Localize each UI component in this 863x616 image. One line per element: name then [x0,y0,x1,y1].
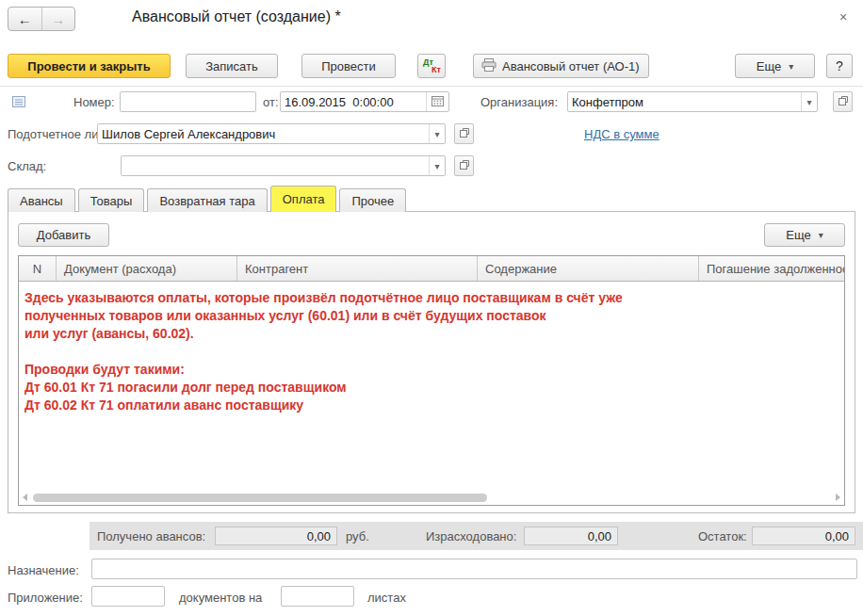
spent-value: 0,00 [524,527,618,545]
totals-bar: Получено авансов: 0,00 руб. Израсходован… [90,522,863,550]
table-header-row: N Документ (расхода) Контрагент Содержан… [19,256,844,282]
save-button[interactable]: Записать [186,54,278,78]
organization-input[interactable] [568,92,801,111]
purpose-label: Назначение: [8,563,79,577]
open-icon [459,127,470,141]
attachment-docs-input[interactable] [91,586,165,607]
scrollbar-track[interactable] [31,494,832,502]
received-advances-label: Получено авансов: [97,529,205,543]
kt-label: Кт [432,65,441,74]
tab-avansy[interactable]: Авансы [8,188,75,212]
warehouse-input[interactable] [122,156,429,175]
advance-report-window: ← → Авансовый отчет (создание) * × Прове… [0,0,863,616]
open-icon [838,95,849,109]
column-header-content[interactable]: Содержание [478,256,699,281]
organization-label: Организация: [480,95,558,109]
payments-table: N Документ (расхода) Контрагент Содержан… [18,255,845,506]
warehouse-open-button[interactable] [454,155,474,176]
number-label: Номер: [73,95,115,109]
person-field: ▾ [97,123,446,144]
show-postings-button[interactable]: Дт Кт [417,54,446,78]
purpose-input[interactable] [91,559,857,579]
horizontal-scrollbar [23,493,840,502]
close-button[interactable]: × [839,9,847,24]
chevron-down-icon: ▾ [434,129,439,139]
column-header-document[interactable]: Документ (расхода) [57,256,237,281]
organization-open-button[interactable] [833,91,853,112]
chevron-down-icon: ▾ [789,61,793,72]
calendar-button[interactable] [426,92,448,111]
tab-bar: Авансы Товары Возвратная тара Оплата Про… [8,186,406,212]
warehouse-dropdown-button[interactable]: ▾ [429,156,445,175]
print-report-label: Авансовый отчет (АО-1) [502,59,640,73]
toolbar-separator [0,86,863,87]
sheets-label: листах [367,591,406,605]
person-open-button[interactable] [454,123,474,144]
calendar-icon [432,95,444,108]
date-input[interactable] [281,92,426,111]
scroll-right-icon[interactable] [836,494,840,501]
hint-line [24,343,623,361]
toolbar-more-button[interactable]: Еще ▾ [735,54,815,78]
table-more-button[interactable]: Еще ▾ [764,223,845,247]
tab-oplata[interactable]: Оплата [270,186,337,212]
history-nav-group: ← → [8,7,75,31]
help-button[interactable]: ? [826,54,853,78]
attachment-label: Приложение: [8,591,83,605]
back-button[interactable]: ← [8,8,42,30]
payments-tab-panel: Добавить Еще ▾ N Документ (расхода) Конт… [8,211,855,513]
number-input[interactable] [120,91,256,112]
person-dropdown-button[interactable]: ▾ [429,124,445,143]
hint-line: Здесь указываются оплаты, которые произв… [24,289,623,307]
warehouse-label: Склад: [8,159,46,173]
vat-in-total-link[interactable]: НДС в сумме [584,127,659,141]
forward-button[interactable]: → [42,8,75,30]
sheets-count-input[interactable] [281,586,354,607]
hint-line: или услуг (авансы, 60.02). [24,325,623,343]
tab-vozvratnaya-tara[interactable]: Возвратная тара [147,188,267,212]
organization-field: ▾ [567,91,818,112]
person-input[interactable] [98,124,429,143]
scrollbar-thumb[interactable] [33,494,487,502]
balance-label: Остаток: [698,529,747,543]
hint-line: Дт 60.02 Кт 71 оплатили аванс поставщику [24,397,623,414]
close-icon: × [839,9,847,24]
form-icon [11,94,26,112]
hint-line: Проводки будут такими: [24,361,623,379]
tab-tovary[interactable]: Товары [78,188,145,212]
page-title: Авансовый отчет (создание) * [132,8,341,25]
column-header-debt-repayment[interactable]: Погашение задолженност [699,256,844,281]
documents-on-label: документов на [179,591,262,605]
chevron-down-icon: ▾ [806,97,811,107]
print-report-button[interactable]: Авансовый отчет (АО-1) [473,54,649,78]
column-header-counterparty[interactable]: Контрагент [237,256,478,281]
dtkt-icon: Дт Кт [418,55,445,77]
forward-arrow-icon: → [51,11,65,27]
back-arrow-icon: ← [18,11,32,27]
more-label: Еще [786,228,810,242]
received-advances-value: 0,00 [215,527,337,545]
open-icon [459,159,470,173]
currency-label: руб. [346,529,369,543]
post-button[interactable]: Провести [301,54,396,78]
post-and-close-button[interactable]: Провести и закрыть [8,54,171,78]
balance-value: 0,00 [752,527,855,545]
scroll-left-icon[interactable] [23,494,27,501]
hint-text-block: Здесь указываются оплаты, которые произв… [24,289,623,414]
organization-dropdown-button[interactable]: ▾ [801,92,817,111]
column-header-n[interactable]: N [19,256,57,281]
chevron-down-icon: ▾ [434,161,439,171]
spent-label: Израсходовано: [426,529,516,543]
date-label: от: [263,95,279,109]
more-label: Еще [757,59,781,73]
hint-line: Дт 60.01 Кт 71 погасили долг перед поста… [24,379,623,397]
warehouse-field: ▾ [121,155,446,176]
printer-icon [481,58,497,74]
add-row-button[interactable]: Добавить [18,223,109,247]
tab-prochee[interactable]: Прочее [339,188,406,212]
chevron-down-icon: ▾ [819,230,823,240]
date-field [280,91,449,112]
hint-line: полученных товаров или оказанных услуг (… [24,307,623,325]
